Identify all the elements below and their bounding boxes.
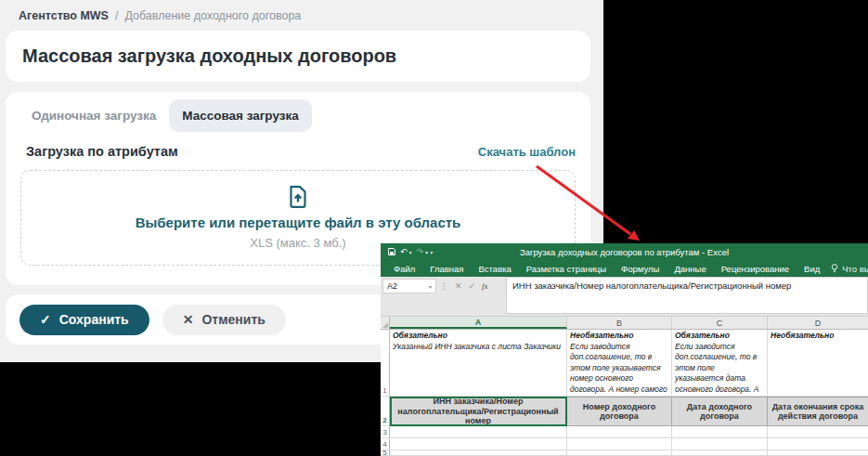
name-box[interactable]: A2 ▾ [382, 279, 436, 293]
formula-buttons: ⋮ ✕ ✓ fx [440, 279, 488, 293]
excel-ribbon-tabs: Файл Главная Вставка Разметка страницы Ф… [381, 260, 868, 277]
namebox-dropdown-icon[interactable]: ▾ [429, 283, 432, 290]
breadcrumb-separator: / [115, 9, 118, 22]
sheet-row-3: 3 [381, 426, 868, 438]
redo-icon[interactable]: ↷ [417, 247, 424, 256]
select-all-corner[interactable] [381, 317, 390, 329]
upload-file-icon [289, 186, 307, 208]
tell-me-label: Что вы хотите сделать? [842, 264, 868, 274]
row-header-1[interactable]: 1 [381, 330, 390, 397]
cell-a5[interactable] [390, 450, 567, 456]
ribbon-tab-file[interactable]: Файл [386, 264, 422, 274]
breadcrumb-current: Добавление доходного договора [124, 9, 301, 22]
excel-titlebar: Загрузка доходных договоров по атрибутам… [381, 243, 868, 260]
formula-bar-input[interactable]: ИНН заказчика/Номер налогоплательщика/Ре… [506, 277, 868, 314]
column-header-c[interactable]: C [672, 317, 768, 329]
cell-d4[interactable] [768, 438, 868, 450]
sheet-row-2: 2 ИНН заказчика/Номер налогоплательщика/… [381, 397, 868, 426]
cell-d3[interactable] [768, 426, 868, 438]
excel-formula-row: A2 ▾ ⋮ ✕ ✓ fx ИНН заказчика/Номер налого… [381, 277, 868, 317]
breadcrumb-root-link[interactable]: Агентство MWS [19, 9, 109, 22]
cell-b1-body: Если заводится доп.соглашение, то в этом… [570, 342, 668, 397]
section-label: Загрузка по атрибутам [26, 144, 178, 159]
cell-c1-body: Если заводится доп.соглашение, то в этом… [675, 342, 764, 397]
cancel-button-label: Отменить [201, 312, 265, 327]
attributes-section-header: Загрузка по атрибутам Скачать шаблон [26, 144, 576, 159]
cell-c3[interactable] [672, 426, 768, 438]
cell-c4[interactable] [672, 438, 768, 450]
cell-a4[interactable] [390, 438, 567, 450]
cell-b3[interactable] [567, 426, 672, 438]
cell-b1[interactable]: Необязательно Если заводится доп.соглаше… [567, 330, 672, 397]
cell-a1-body: Указанный ИНН заказчика с листа Заказчик… [393, 342, 564, 353]
cell-a1[interactable]: Обязательно Указанный ИНН заказчика с ли… [390, 330, 567, 397]
cell-c1[interactable]: Обязательно Если заводится доп.соглашени… [672, 330, 768, 397]
name-box-value: A2 [387, 281, 397, 291]
dropzone-hint: XLS (макс. 3 мб.) [250, 236, 345, 250]
redo-caret-icon[interactable]: ▾ [425, 249, 428, 255]
qat-customize-icon[interactable]: ▾ [430, 249, 433, 255]
tell-me-box[interactable]: Что вы хотите сделать? [831, 264, 868, 274]
cell-b4[interactable] [567, 438, 672, 450]
undo-icon[interactable]: ↶ [400, 247, 408, 256]
column-header-d[interactable]: D [768, 317, 868, 329]
check-icon: ✓ [40, 313, 51, 326]
cell-d5[interactable] [768, 450, 868, 456]
save-button-label: Сохранить [59, 312, 129, 327]
tab-mass-upload[interactable]: Массовая загрузка [169, 99, 311, 132]
lightbulb-icon [831, 264, 838, 273]
ribbon-tab-data[interactable]: Данные [667, 264, 713, 274]
cancel-entry-icon[interactable]: ✕ [455, 281, 462, 291]
cell-a2-selected[interactable]: ИНН заказчика/Номер налогоплательщика/Ре… [390, 397, 567, 426]
cell-d2[interactable]: Дата окончания срока действия договора [768, 397, 868, 426]
sheet-row-1: 1 Обязательно Указанный ИНН заказчика с … [381, 330, 868, 397]
screenshot-stage: Агентство MWS / Добавление доходного дог… [0, 0, 868, 456]
close-icon: ✕ [183, 313, 194, 326]
sheet-row-4: 4 [381, 438, 868, 450]
ribbon-tab-home[interactable]: Главная [422, 264, 471, 274]
enter-entry-icon[interactable]: ✓ [469, 281, 476, 291]
save-icon[interactable] [388, 248, 395, 255]
column-headers: A B C D [381, 317, 868, 330]
column-header-b[interactable]: B [567, 317, 672, 329]
row-header-2[interactable]: 2 [381, 397, 390, 426]
dots-separator-icon: ⋮ [440, 281, 448, 291]
ribbon-tab-insert[interactable]: Вставка [472, 264, 519, 274]
sheet-row-5: 5 [381, 450, 868, 456]
breadcrumb: Агентство MWS / Добавление доходного дог… [19, 9, 301, 22]
cell-d1[interactable]: Необязательно [768, 330, 868, 397]
ribbon-tab-review[interactable]: Рецензирование [714, 264, 797, 274]
quick-access-toolbar: ↶▾ ↷▾ ▾ [388, 247, 433, 256]
excel-window-title: Загрузка доходных договоров по атрибутам… [381, 247, 868, 257]
cancel-button[interactable]: ✕ Отменить [162, 305, 286, 335]
title-card: Массовая загрузка доходных договоров [6, 31, 590, 82]
dropzone-text: Выберите или перетащите файл в эту облас… [136, 215, 461, 230]
cell-b5[interactable] [567, 450, 672, 456]
save-button[interactable]: ✓ Сохранить [19, 305, 149, 335]
insert-function-icon[interactable]: fx [482, 281, 488, 291]
excel-window: Загрузка доходных договоров по атрибутам… [381, 243, 868, 456]
cell-d1-title: Необязательно [771, 331, 865, 342]
cell-a3[interactable] [390, 426, 567, 438]
upload-mode-tabs: Одиночная загрузка Массовая загрузка [19, 99, 312, 132]
column-header-a[interactable]: A [390, 317, 567, 329]
undo-caret-icon[interactable]: ▾ [409, 249, 412, 255]
page-title: Массовая загрузка доходных договоров [22, 46, 396, 67]
ribbon-tab-formulas[interactable]: Формулы [614, 264, 667, 274]
cell-b2[interactable]: Номер доходного договора [567, 397, 672, 426]
cell-a1-title: Обязательно [393, 331, 564, 342]
download-template-link[interactable]: Скачать шаблон [478, 145, 576, 159]
row-header-5[interactable]: 5 [381, 450, 390, 456]
ribbon-tab-view[interactable]: Вид [797, 264, 827, 274]
ribbon-tab-page-layout[interactable]: Разметка страницы [519, 264, 614, 274]
cell-c2[interactable]: Дата доходного договора [672, 397, 768, 426]
cell-c5[interactable] [672, 450, 768, 456]
tab-single-upload[interactable]: Одиночная загрузка [19, 99, 169, 132]
row-header-3[interactable]: 3 [381, 426, 390, 438]
cell-c1-title: Обязательно [675, 331, 764, 342]
cell-b1-title: Необязательно [570, 331, 668, 342]
